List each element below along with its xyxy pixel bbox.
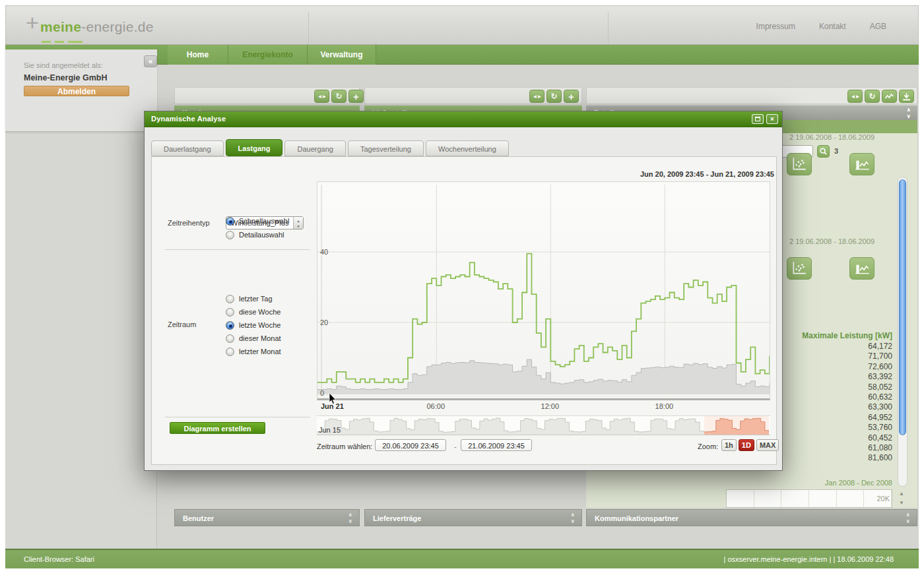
collapse-chevrons-icon[interactable]: ∧∨ (906, 512, 911, 525)
download-button[interactable] (899, 90, 914, 103)
range-from-input[interactable]: 20.06.2009 23:45 (375, 439, 446, 451)
header-links: ImpressumKontaktAGB (756, 22, 886, 31)
panel-header[interactable]: Kommunikationspartner ∧∨ (586, 509, 917, 526)
radio-option[interactable]: diese Woche (226, 307, 280, 317)
y-tick-label: 0 (320, 389, 324, 397)
dialog-titlebar[interactable]: Dynamische Analyse × (145, 111, 782, 127)
header-link[interactable]: Kontakt (819, 22, 846, 31)
analysis-tab[interactable]: Lastgang (226, 139, 283, 156)
mouse-cursor (329, 393, 337, 405)
login-panel: Sie sind angemeldet als: Meine-Energie G… (5, 49, 157, 132)
chart-navigator[interactable]: Jun 15 (317, 415, 770, 435)
range-to-input[interactable]: 21.06.2009 23:45 (461, 439, 532, 451)
dialog-content: Zeitreihentyp Wirkleistung_Plus ▲▼ Schne… (151, 156, 777, 465)
status-browser: Client-Browser: Safari (24, 555, 94, 563)
panel-header[interactable]: Benutzer ∧∨ (174, 509, 360, 526)
collapse-left-icon: « (148, 57, 153, 66)
nav-tab[interactable]: Verwaltung (308, 45, 376, 65)
refresh-button[interactable]: ↻ (546, 90, 562, 103)
resize-columns-button[interactable]: ◄► (529, 90, 544, 103)
header-link[interactable]: AGB (870, 22, 886, 31)
details-footer-range: Jan 2008 - Dec 2008 (825, 479, 892, 487)
radio-option[interactable]: letzter Monat (226, 347, 281, 356)
create-diagram-button[interactable]: Diagramm erstellen (170, 422, 265, 434)
company-name: Meine-Energie GmbH (24, 73, 107, 82)
scatter-chart-button[interactable] (787, 257, 812, 280)
zoom-button[interactable]: 1D (739, 439, 754, 451)
collapse-chevrons-icon[interactable]: ∧∨ (907, 107, 911, 120)
radio-icon (226, 295, 234, 303)
details-scrollbar[interactable] (898, 177, 908, 487)
load-profile-chart: 40200 (317, 181, 770, 400)
radio-option[interactable]: letzter Tag (226, 294, 273, 303)
y-tick-label: 20 (320, 319, 328, 326)
logged-in-label: Sie sind angemeldet als: (24, 61, 103, 69)
resize-columns-button[interactable]: ◄► (847, 90, 863, 103)
bar-line-chart-icon (853, 260, 871, 276)
period-label: Zeitraum (168, 320, 196, 328)
details-toolbar-icons: ◄► ↻ (847, 90, 914, 103)
logo-dashes (42, 36, 86, 44)
range-separator: - (454, 442, 457, 450)
close-icon: × (770, 115, 774, 123)
scrollbar-arrows: ▲ ▼ (896, 489, 907, 509)
header-link[interactable]: Impressum (756, 22, 795, 31)
radio-option[interactable]: Schnellauswahl (226, 216, 289, 226)
line-chart-icon (884, 92, 894, 100)
scatter-chart-icon (791, 260, 808, 276)
lieferstellen-toolbar-icons: ◄► ↻ + (529, 90, 579, 103)
bar-line-chart-button[interactable] (849, 257, 874, 280)
arrows-left-right-icon: ◄► (533, 94, 542, 100)
arrows-left-right-icon: ◄► (851, 94, 860, 100)
maximize-button[interactable] (752, 114, 764, 124)
zoom-buttons: 1h1DMAX (721, 439, 779, 451)
close-button[interactable]: × (766, 114, 778, 124)
radio-option[interactable]: Detailauswahl (226, 230, 284, 239)
x-axis-labels: Jun 2106:0012:0018:00 (317, 402, 770, 413)
analysis-tab[interactable]: Dauerlastgang (151, 140, 224, 156)
refresh-icon: ↻ (550, 92, 557, 101)
resize-columns-button[interactable]: ◄► (314, 90, 329, 103)
dialog-title: Dynamische Analyse (151, 115, 226, 123)
nav-tab[interactable]: Home (168, 45, 228, 65)
add-button[interactable]: + (348, 90, 364, 103)
range-select-label: Zeitraum wählen: (317, 442, 372, 450)
sidebar-collapse-button[interactable]: « (144, 55, 157, 67)
bar-line-chart-button[interactable] (849, 153, 874, 175)
max-power-value: 60,632 (868, 392, 892, 402)
scroll-up-icon[interactable]: ▲ (896, 489, 907, 499)
scrollbar-thumb[interactable] (899, 179, 906, 435)
bar-line-chart-icon (853, 156, 871, 172)
nav-tab[interactable]: Energiekonto (228, 45, 308, 65)
axis-max-value: 20K (876, 495, 890, 503)
status-bar: Client-Browser: Safari | osxserver.meine… (5, 549, 919, 568)
refresh-button[interactable]: ↻ (331, 90, 346, 103)
analysis-tab[interactable]: Tagesverteilung (348, 140, 424, 156)
panel-header[interactable]: Lieferverträge ∧∨ (364, 509, 582, 526)
scatter-chart-button[interactable] (787, 153, 812, 175)
panel-title: Benutzer (183, 514, 214, 522)
chart-button[interactable] (882, 90, 897, 103)
radio-icon (226, 334, 234, 343)
analysis-tab[interactable]: Wochenverteilung (426, 140, 509, 156)
radio-option[interactable]: letzte Woche (226, 320, 280, 330)
detail-group: 2 19.06.2008 - 18.06.2009 (787, 237, 896, 297)
header-separator (308, 13, 309, 44)
logo-brand-rest: -energie.de (81, 19, 154, 34)
add-button[interactable]: + (564, 90, 579, 103)
zoom-button[interactable]: MAX (756, 439, 779, 451)
refresh-button[interactable]: ↻ (865, 90, 880, 103)
radio-icon (226, 348, 234, 356)
collapse-chevrons-icon[interactable]: ∧∨ (571, 512, 576, 525)
header-separator (608, 13, 609, 44)
logo-brand-bold: meine (40, 19, 81, 34)
collapse-chevrons-icon[interactable]: ∧∨ (348, 512, 353, 525)
scroll-down-icon[interactable]: ▼ (896, 499, 907, 508)
logout-button[interactable]: Abmelden (24, 86, 129, 96)
bottom-panel-headers: Benutzer ∧∨ Lieferverträge ∧∨ Kommunikat… (174, 509, 917, 526)
analysis-tab[interactable]: Dauergang (284, 140, 345, 156)
x-tick-label: 12:00 (541, 402, 560, 410)
zoom-button[interactable]: 1h (721, 439, 737, 451)
max-power-value: 81,600 (868, 453, 892, 463)
radio-option[interactable]: dieser Monat (226, 334, 281, 343)
